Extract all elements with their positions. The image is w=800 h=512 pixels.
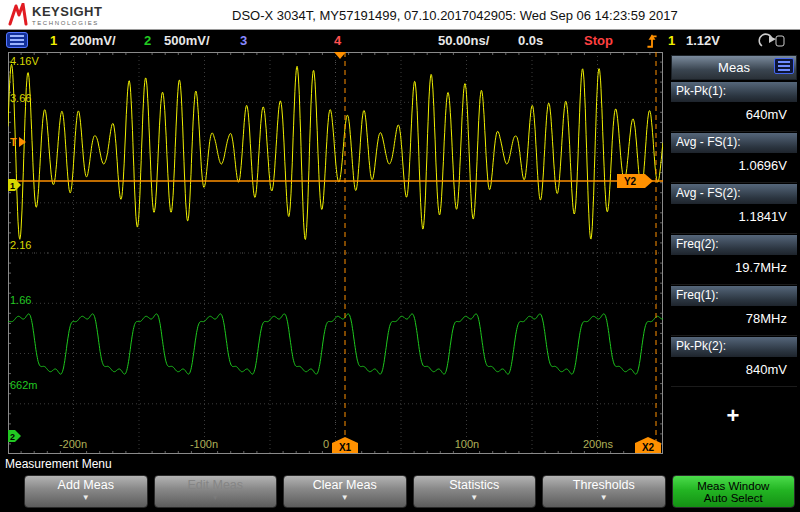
meas-item-value: 1.0696V xyxy=(671,153,797,182)
brand-name: KEYSIGHT xyxy=(32,5,102,18)
trigger-level-marker[interactable] xyxy=(19,137,26,147)
title-bar: KEYSIGHT TECHNOLOGIES DSO-X 3034T, MY571… xyxy=(0,0,800,30)
scope-graticule: -200n-100n0100n200ns4.16V3.662.161.66662… xyxy=(8,52,663,454)
keysight-logo: KEYSIGHT TECHNOLOGIES xyxy=(8,3,102,27)
x-axis-label: -200n xyxy=(59,438,87,450)
softkey-label: Auto Select xyxy=(673,492,795,504)
meas-menu-icon[interactable] xyxy=(774,58,794,74)
trigger-level[interactable]: 1.12V xyxy=(686,33,720,48)
softkey-arrow-icon: ▼ xyxy=(284,493,406,503)
y-axis-label: 662m xyxy=(10,379,38,391)
meas-item: Pk-Pk(2):840mV xyxy=(671,337,797,387)
softkey-arrow-icon: ▼ xyxy=(25,493,147,503)
softkey-add-meas[interactable]: Add Meas▼ xyxy=(24,475,148,508)
meas-item: Avg - FS(2):1.1841V xyxy=(671,184,797,234)
ch1-number[interactable]: 1 xyxy=(50,33,57,48)
meas-item-value: 78MHz xyxy=(671,306,797,335)
softkey-edit-meas[interactable]: Edit Meas▼ xyxy=(154,475,278,508)
delay-value[interactable]: 0.0s xyxy=(518,33,543,48)
y-axis-label: 3.66 xyxy=(10,92,31,104)
meas-item-value: 840mV xyxy=(671,357,797,386)
meas-panel-header: Meas xyxy=(671,55,797,80)
cursor-knob-icon[interactable] xyxy=(752,32,786,50)
meas-item-label: Pk-Pk(1): xyxy=(671,82,797,102)
ch2-scale[interactable]: 500mV/ xyxy=(164,33,210,48)
ch2-number[interactable]: 2 xyxy=(144,33,151,48)
main-menu-icon[interactable] xyxy=(6,32,28,48)
softkey-arrow-icon: ▼ xyxy=(155,493,277,503)
cursor-y2-flag-label: Y2 xyxy=(624,176,637,187)
waveform-display: -200n-100n0100n200ns4.16V3.662.161.66662… xyxy=(0,52,666,455)
softkey-label: Statistics xyxy=(414,479,536,492)
brand-subtitle: TECHNOLOGIES xyxy=(32,20,102,26)
meas-items: Pk-Pk(1):640mVAvg - FS(1):1.0696VAvg - F… xyxy=(666,82,800,387)
ch3-number[interactable]: 3 xyxy=(240,33,247,48)
meas-item-label: Freq(2): xyxy=(671,235,797,255)
meas-item-value: 19.7MHz xyxy=(671,255,797,284)
meas-item: Avg - FS(1):1.0696V xyxy=(671,133,797,183)
x-axis-label: 100n xyxy=(455,438,479,450)
meas-item: Freq(2):19.7MHz xyxy=(671,235,797,285)
meas-item-label: Avg - FS(2): xyxy=(671,184,797,204)
softkey-meas-window-auto-select[interactable]: Meas WindowAuto Select xyxy=(672,475,796,508)
y-axis-label: 2.16 xyxy=(10,239,31,251)
keysight-spark-icon xyxy=(8,3,28,27)
softkey-label: Meas Window xyxy=(673,480,795,492)
trigger-slope-icon xyxy=(646,33,658,49)
y-axis-label: 1.66 xyxy=(10,294,31,306)
x-axis-label: 200ns xyxy=(583,438,613,450)
ch4-number[interactable]: 4 xyxy=(334,33,341,48)
cursor-x2-flag-label: X2 xyxy=(642,442,655,453)
acquisition-state: Stop xyxy=(584,33,613,48)
add-measurement-button[interactable]: + xyxy=(666,403,800,429)
x-axis-label: 0 xyxy=(323,438,329,450)
softkey-arrow-icon: ▼ xyxy=(414,493,536,503)
status-bar: 1 200mV/ 2 500mV/ 3 4 50.00ns/ 0.0s Stop… xyxy=(0,30,800,52)
softkey-statistics[interactable]: Statistics▼ xyxy=(413,475,537,508)
meas-item: Freq(1):78MHz xyxy=(671,286,797,336)
keysight-logo-text: KEYSIGHT TECHNOLOGIES xyxy=(32,5,102,26)
meas-item-value: 1.1841V xyxy=(671,204,797,233)
ch1-trace xyxy=(8,64,663,239)
softkey-bar: Add Meas▼Edit Meas▼Clear Meas▼Statistics… xyxy=(24,475,795,508)
softkey-thresholds[interactable]: Thresholds▼ xyxy=(542,475,666,508)
channel-1-ground-marker-label: 1 xyxy=(10,181,15,191)
softkey-clear-meas[interactable]: Clear Meas▼ xyxy=(283,475,407,508)
x-axis-label: -100n xyxy=(190,438,218,450)
meas-item-label: Avg - FS(1): xyxy=(671,133,797,153)
softkey-label: Thresholds xyxy=(543,479,665,492)
meas-item-value: 640mV xyxy=(671,102,797,131)
softkey-label: Edit Meas xyxy=(155,479,277,492)
meas-panel-title: Meas xyxy=(718,60,750,75)
timebase-value[interactable]: 50.00ns/ xyxy=(438,33,489,48)
softkey-arrow-icon: ▼ xyxy=(543,493,665,503)
trigger-level-label: T xyxy=(10,136,17,148)
ch1-scale[interactable]: 200mV/ xyxy=(70,33,116,48)
softkey-label: Clear Meas xyxy=(284,479,406,492)
trigger-source: 1 xyxy=(668,33,675,48)
meas-item-label: Pk-Pk(2): xyxy=(671,337,797,357)
trigger-position-marker xyxy=(334,52,346,59)
channel-2-ground-marker-label: 2 xyxy=(10,432,15,442)
instrument-title: DSO-X 3034T, MY57191499, 07.10.201704290… xyxy=(232,8,678,23)
measurement-panel: Meas Pk-Pk(1):640mVAvg - FS(1):1.0696VAv… xyxy=(666,52,800,455)
meas-item: Pk-Pk(1):640mV xyxy=(671,82,797,132)
softkey-label: Add Meas xyxy=(25,479,147,492)
menu-title: Measurement Menu xyxy=(5,457,112,471)
y-axis-label: 4.16V xyxy=(10,55,39,67)
cursor-x1-flag-label: X1 xyxy=(339,442,352,453)
meas-item-label: Freq(1): xyxy=(671,286,797,306)
softkey-menu: Measurement Menu Add Meas▼Edit Meas▼Clea… xyxy=(0,455,800,512)
